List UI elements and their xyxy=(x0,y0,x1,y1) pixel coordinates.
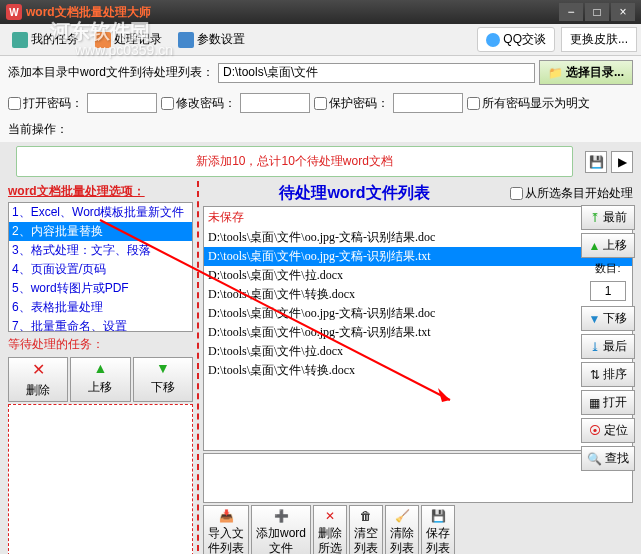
import-icon: 📥 xyxy=(219,509,234,523)
modify-pwd-check[interactable]: 修改密码： xyxy=(161,95,236,112)
locate-button[interactable]: ⦿定位 xyxy=(581,418,635,443)
move-up-button[interactable]: ▲上移 xyxy=(581,233,635,258)
unsaved-label: 未保存 xyxy=(204,207,632,228)
delete-icon: ✕ xyxy=(32,360,45,379)
current-op-label: 当前操作： xyxy=(8,121,68,138)
savelist-icon: 💾 xyxy=(431,509,446,523)
skin-button[interactable]: 更换皮肤... xyxy=(561,27,637,52)
close-button[interactable]: × xyxy=(611,3,635,21)
settings-icon xyxy=(178,32,194,48)
up-icon: ▲ xyxy=(94,360,108,376)
filelist-title: 待处理word文件列表 xyxy=(203,183,506,204)
option-item[interactable]: 4、页面设置/页码 xyxy=(9,260,192,279)
del-icon: ✕ xyxy=(325,509,335,523)
clearlist-icon: 🧹 xyxy=(395,509,410,523)
wait-up-button[interactable]: ▲上移 xyxy=(70,357,130,402)
find-button[interactable]: 🔍查找 xyxy=(581,446,635,471)
open-pwd-input[interactable] xyxy=(87,93,157,113)
option-item[interactable]: 6、表格批量处理 xyxy=(9,298,192,317)
minimize-button[interactable]: − xyxy=(559,3,583,21)
tab-settings[interactable]: 参数设置 xyxy=(170,27,253,52)
up-icon: ▲ xyxy=(589,239,601,253)
clear-icon: 🗑 xyxy=(360,509,372,523)
add-word-button[interactable]: ➕添加word 文件 xyxy=(251,505,311,554)
file-item[interactable]: D:\tools\桌面\文件\oo.jpg-文稿-识别结果.doc xyxy=(204,228,632,247)
app-logo-icon: W xyxy=(6,4,22,20)
from-selected-check[interactable]: 从所选条目开始处理 xyxy=(510,185,633,202)
file-item[interactable]: D:\tools\桌面\文件\转换.docx xyxy=(204,285,632,304)
sort-button[interactable]: ⇅排序 xyxy=(581,362,635,387)
watermark-url: www.pc0359.cn xyxy=(75,42,173,58)
option-item[interactable]: 7、批量重命名、设置 xyxy=(9,317,192,332)
waiting-list[interactable] xyxy=(8,404,193,554)
file-list[interactable]: 未保存 D:\tools\桌面\文件\oo.jpg-文稿-识别结果.docD:\… xyxy=(203,206,633,451)
add-icon: ➕ xyxy=(274,509,289,523)
options-list[interactable]: 1、Excel、Word模板批量新文件2、内容批量替换3、格式处理：文字、段落4… xyxy=(8,202,193,332)
add-dir-label: 添加本目录中word文件到待处理列表： xyxy=(8,64,214,81)
open-icon: ▦ xyxy=(589,396,600,410)
current-op-row: 当前操作： xyxy=(0,117,641,142)
watermark-text: 河东软件园 xyxy=(50,18,150,45)
wait-down-button[interactable]: ▼下移 xyxy=(133,357,193,402)
count-label: 数目: xyxy=(581,261,635,276)
separator xyxy=(197,181,199,554)
wait-delete-button[interactable]: ✕删除 xyxy=(8,357,68,402)
password-row: 打开密码： 修改密码： 保护密码： 所有密码显示为明文 xyxy=(0,89,641,117)
qq-chat-button[interactable]: QQ交谈 xyxy=(477,27,555,52)
option-item[interactable]: 1、Excel、Word模板批量新文件 xyxy=(9,203,192,222)
option-item[interactable]: 5、word转图片或PDF xyxy=(9,279,192,298)
sort-icon: ⇅ xyxy=(590,368,600,382)
file-item[interactable]: D:\tools\桌面\文件\oo.jpg-文稿-识别结果.txt xyxy=(204,247,632,266)
show-plain-check[interactable]: 所有密码显示为明文 xyxy=(467,95,590,112)
maximize-button[interactable]: □ xyxy=(585,3,609,21)
bottom-icon: ⤓ xyxy=(590,340,600,354)
top-icon: ⤒ xyxy=(590,211,600,225)
qq-icon xyxy=(486,33,500,47)
clear-button[interactable]: 🗑清空 列表 xyxy=(349,505,383,554)
status-message: 新添加10，总计10个待处理word文档 xyxy=(16,146,573,177)
file-item[interactable]: D:\tools\桌面\文件\拉.docx xyxy=(204,342,632,361)
option-item[interactable]: 3、格式处理：文字、段落 xyxy=(9,241,192,260)
browse-dir-button[interactable]: 📁选择目录... xyxy=(539,60,633,85)
option-item[interactable]: 2、内容批量替换 xyxy=(9,222,192,241)
file-item[interactable]: D:\tools\桌面\文件\拉.docx xyxy=(204,266,632,285)
file-item[interactable]: D:\tools\桌面\文件\oo.jpg-文稿-识别结果.txt xyxy=(204,323,632,342)
open-button[interactable]: ▦打开 xyxy=(581,390,635,415)
locate-icon: ⦿ xyxy=(589,424,601,438)
find-icon: 🔍 xyxy=(587,452,602,466)
file-item[interactable]: D:\tools\桌面\文件\转换.docx xyxy=(204,361,632,380)
delete-selected-button[interactable]: ✕删除 所选 xyxy=(313,505,347,554)
clear-list-button[interactable]: 🧹清除 列表 xyxy=(385,505,419,554)
protect-pwd-check[interactable]: 保护密码： xyxy=(314,95,389,112)
tasks-icon xyxy=(12,32,28,48)
options-title: word文档批量处理选项： xyxy=(8,181,193,202)
file-item[interactable]: D:\tools\桌面\文件\oo.jpg-文稿-识别结果.doc xyxy=(204,304,632,323)
down-icon: ▼ xyxy=(156,360,170,376)
dir-path-input[interactable] xyxy=(218,63,535,83)
import-list-button[interactable]: 📥导入文 件列表 xyxy=(203,505,249,554)
modify-pwd-input[interactable] xyxy=(240,93,310,113)
folder-icon: 📁 xyxy=(548,66,563,80)
move-down-button[interactable]: ▼下移 xyxy=(581,306,635,331)
open-pwd-check[interactable]: 打开密码： xyxy=(8,95,83,112)
protect-pwd-input[interactable] xyxy=(393,93,463,113)
preview-box xyxy=(203,453,633,503)
move-top-button[interactable]: ⤒最前 xyxy=(581,205,635,230)
down-icon: ▼ xyxy=(589,312,601,326)
run-button[interactable]: ▶ xyxy=(611,151,633,173)
move-bottom-button[interactable]: ⤓最后 xyxy=(581,334,635,359)
save-list-button[interactable]: 💾保存 列表 xyxy=(421,505,455,554)
waiting-title: 等待处理的任务： xyxy=(8,332,193,357)
add-dir-row: 添加本目录中word文件到待处理列表： 📁选择目录... xyxy=(0,56,641,89)
count-value: 1 xyxy=(590,281,626,301)
save-button[interactable]: 💾 xyxy=(585,151,607,173)
